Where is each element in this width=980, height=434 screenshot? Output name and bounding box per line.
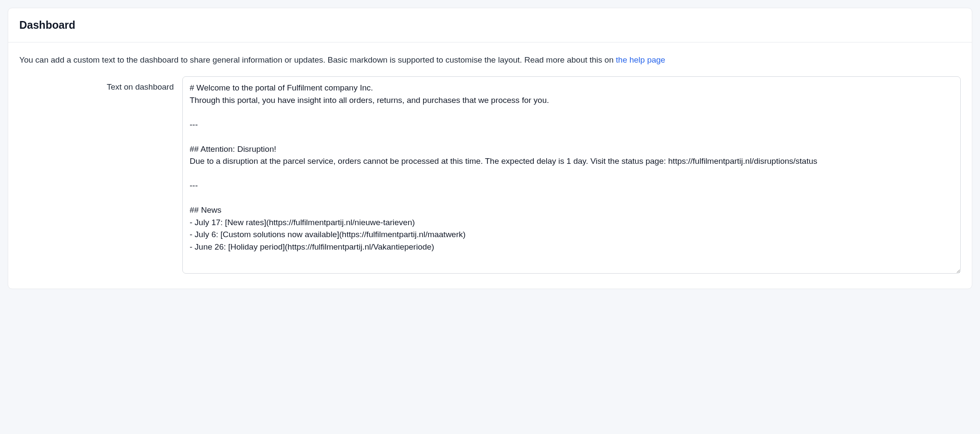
form-control-wrap <box>182 76 961 277</box>
description-prefix: You can add a custom text to the dashboa… <box>19 55 616 64</box>
description-text: You can add a custom text to the dashboa… <box>19 54 961 66</box>
form-row: Text on dashboard <box>19 76 961 277</box>
card-body: You can add a custom text to the dashboa… <box>8 42 972 289</box>
dashboard-text-label: Text on dashboard <box>19 76 174 93</box>
dashboard-settings-card: Dashboard You can add a custom text to t… <box>8 8 972 289</box>
page-title: Dashboard <box>19 17 961 33</box>
card-header: Dashboard <box>8 8 972 42</box>
help-page-link[interactable]: the help page <box>616 55 665 64</box>
dashboard-text-input[interactable] <box>182 76 961 274</box>
